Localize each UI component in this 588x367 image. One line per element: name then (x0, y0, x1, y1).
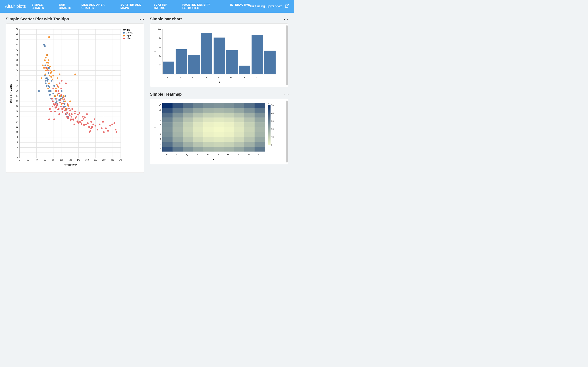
svg-rect-320 (244, 103, 255, 108)
svg-point-185 (58, 90, 59, 92)
svg-text:A: A (167, 77, 169, 78)
svg-rect-406 (203, 147, 214, 151)
svg-text:Horsepower: Horsepower (64, 164, 77, 166)
svg-point-222 (83, 118, 85, 119)
svg-rect-335 (193, 113, 204, 118)
nav-simple-charts[interactable]: SIMPLE CHARTS (32, 3, 56, 9)
svg-rect-349 (234, 117, 244, 122)
scatter-chart[interactable]: 0204060801001201401601802002202400246810… (8, 25, 139, 170)
svg-text:-2: -2 (196, 154, 199, 156)
svg-point-126 (64, 103, 66, 105)
svg-text:Japan: Japan (126, 34, 132, 37)
svg-text:E: E (217, 77, 220, 78)
svg-rect-379 (234, 132, 244, 137)
heatmap-chart[interactable]: -5-4-3-2-101234-5-4-3-2-101234xyz0102030… (153, 100, 281, 162)
svg-point-241 (112, 124, 113, 125)
svg-rect-374 (183, 132, 193, 137)
svg-rect-391 (255, 137, 265, 142)
svg-point-150 (52, 75, 54, 76)
svg-point-223 (84, 117, 86, 118)
svg-rect-394 (183, 142, 193, 147)
svg-text:80: 80 (52, 159, 54, 161)
svg-point-143 (49, 75, 50, 76)
svg-point-169 (42, 64, 43, 66)
svg-rect-339 (234, 113, 244, 118)
source-toggle-icon[interactable]: < > (284, 17, 288, 21)
svg-point-173 (48, 118, 50, 120)
svg-rect-404 (183, 147, 193, 151)
svg-text:20: 20 (27, 159, 29, 161)
svg-text:4: 4 (17, 146, 18, 149)
svg-rect-371 (255, 127, 265, 132)
svg-point-188 (59, 83, 61, 84)
svg-rect-411 (255, 147, 265, 151)
svg-point-85 (45, 80, 47, 82)
svg-point-184 (57, 85, 58, 87)
svg-rect-332 (162, 113, 173, 118)
svg-point-265 (75, 117, 76, 119)
svg-text:x: x (213, 158, 214, 160)
svg-rect-367 (214, 127, 224, 132)
nav-line-area[interactable]: LINE AND AREA CHARTS (81, 3, 117, 9)
svg-rect-368 (224, 127, 234, 132)
svg-text:16: 16 (16, 115, 18, 118)
svg-rect-358 (224, 122, 234, 127)
svg-point-238 (105, 127, 107, 129)
svg-text:46: 46 (16, 38, 18, 41)
svg-text:140: 140 (77, 159, 80, 161)
svg-rect-354 (183, 122, 193, 127)
svg-point-87 (46, 85, 47, 87)
svg-rect-401 (255, 142, 265, 147)
source-toggle-icon[interactable]: < > (284, 93, 288, 96)
svg-text:1: 1 (160, 133, 161, 136)
nav-bar-charts[interactable]: BAR CHARTS (59, 3, 78, 9)
nav-interactive[interactable]: INTERACTIVE (230, 3, 250, 9)
svg-point-193 (61, 80, 62, 82)
svg-point-263 (72, 118, 74, 120)
svg-text:H: H (255, 77, 258, 78)
svg-text:180: 180 (94, 159, 97, 161)
svg-point-97 (50, 90, 52, 92)
svg-text:3: 3 (160, 143, 161, 145)
scrollbar[interactable] (286, 100, 288, 162)
svg-point-129 (43, 67, 45, 69)
bar-title: Simple bar chart (150, 17, 182, 21)
svg-rect-294 (188, 55, 200, 74)
nav-scatter-matrix[interactable]: SCATTER MATRIX (154, 3, 179, 9)
svg-text:0: 0 (19, 159, 20, 161)
svg-point-243 (115, 129, 116, 130)
svg-text:-2: -2 (159, 119, 161, 121)
svg-point-233 (97, 129, 98, 130)
svg-text:10: 10 (16, 131, 18, 133)
svg-point-261 (70, 120, 71, 121)
svg-rect-319 (234, 103, 244, 108)
svg-point-145 (50, 70, 51, 71)
svg-rect-344 (183, 117, 193, 122)
svg-text:-1: -1 (159, 124, 161, 126)
svg-point-144 (49, 66, 51, 67)
svg-text:60: 60 (44, 159, 46, 161)
svg-text:40: 40 (271, 112, 274, 114)
svg-rect-375 (193, 132, 204, 137)
svg-rect-356 (203, 122, 214, 127)
svg-rect-338 (224, 113, 234, 118)
external-link-icon[interactable] (285, 4, 289, 9)
nav-scatter-maps[interactable]: SCATTER AND MAPS (121, 3, 150, 9)
svg-text:F: F (230, 77, 232, 78)
svg-point-276 (123, 38, 125, 39)
svg-text:-4: -4 (159, 109, 161, 111)
svg-rect-328 (224, 108, 234, 113)
svg-text:3: 3 (248, 154, 250, 155)
scrollbar[interactable] (286, 25, 288, 85)
svg-rect-365 (193, 127, 204, 132)
svg-rect-333 (173, 113, 183, 118)
nav-faceted[interactable]: FACETED DENSITY ESTIMATES (182, 3, 227, 9)
svg-point-189 (59, 102, 61, 103)
svg-point-220 (81, 120, 83, 121)
source-toggle-icon[interactable]: < > (140, 17, 144, 21)
svg-text:0: 0 (160, 128, 161, 131)
bar-chart[interactable]: 020406080100ABCDEFGHIab (153, 25, 281, 84)
svg-rect-384 (183, 137, 193, 142)
svg-rect-357 (214, 122, 224, 127)
svg-rect-366 (203, 127, 214, 132)
